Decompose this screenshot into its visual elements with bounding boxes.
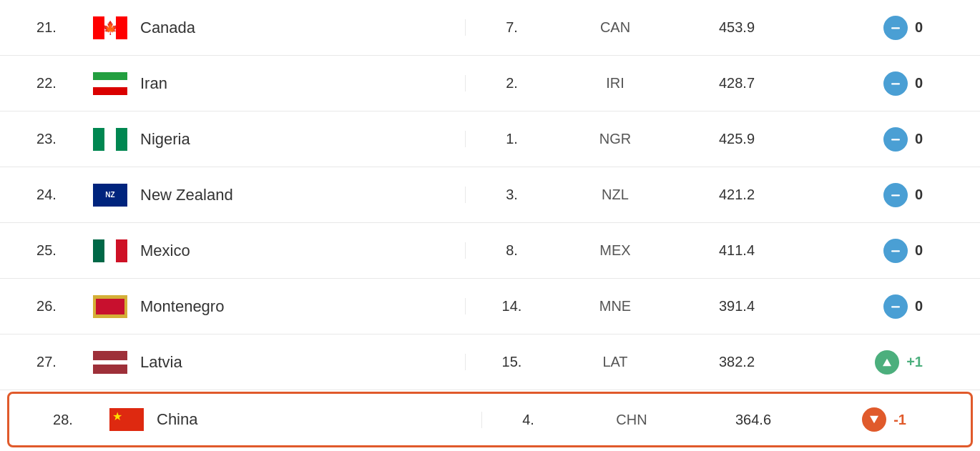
rank-number: 28. — [16, 412, 109, 428]
svg-rect-4 — [891, 250, 900, 252]
country-code: IRI — [558, 75, 672, 91]
change-value: 0 — [915, 298, 923, 314]
country-code: MNE — [558, 298, 672, 314]
rank-number: 25. — [0, 242, 93, 259]
rank-number: 27. — [0, 354, 93, 370]
country-info: 🍁 Canada — [93, 16, 465, 39]
change-value: 0 — [915, 131, 923, 147]
sub-rank: 4. — [481, 412, 574, 428]
country-code: CAN — [558, 19, 672, 36]
country-info: Mexico — [93, 239, 465, 262]
country-info: China — [109, 408, 481, 431]
score: 391.4 — [672, 298, 801, 314]
change-indicator: 0 — [801, 127, 980, 152]
montenegro-flag — [93, 295, 127, 318]
score: 382.2 — [672, 354, 801, 370]
country-name: Mexico — [140, 242, 190, 260]
rank-number: 24. — [0, 187, 93, 203]
country-code: MEX — [558, 242, 672, 259]
svg-marker-7 — [870, 416, 878, 424]
table-row[interactable]: 24. New Zealand 3. NZL 421.2 0 — [0, 167, 980, 223]
change-badge — [862, 407, 886, 432]
country-code: NZL — [558, 187, 672, 203]
score: 411.4 — [672, 242, 801, 259]
score: 364.6 — [689, 412, 818, 428]
china-flag — [109, 408, 144, 431]
change-badge — [883, 183, 908, 207]
table-row[interactable]: 27. Latvia 15. LAT 382.2 +1 — [0, 334, 980, 390]
change-badge — [875, 350, 899, 375]
change-value: -1 — [893, 412, 906, 428]
country-name: China — [157, 410, 197, 429]
sub-rank: 14. — [465, 298, 558, 314]
score: 453.9 — [672, 19, 801, 36]
sub-rank: 1. — [465, 131, 558, 147]
change-indicator: -1 — [818, 407, 964, 432]
score: 428.7 — [672, 75, 801, 91]
country-info: Montenegro — [93, 295, 465, 318]
sub-rank: 3. — [465, 187, 558, 203]
sub-rank: 8. — [465, 242, 558, 259]
sub-rank: 7. — [465, 19, 558, 36]
change-indicator: 0 — [801, 71, 980, 96]
change-badge — [883, 16, 908, 40]
change-value: 0 — [915, 19, 923, 36]
mexico-flag — [93, 239, 127, 262]
nigeria-flag — [93, 128, 127, 151]
svg-rect-5 — [891, 306, 900, 307]
svg-rect-0 — [891, 27, 900, 29]
svg-marker-6 — [883, 358, 891, 366]
country-code: LAT — [558, 354, 672, 370]
change-badge — [883, 294, 908, 319]
new-zealand-flag — [93, 184, 127, 207]
rank-number: 23. — [0, 131, 93, 147]
canada-flag: 🍁 — [93, 16, 127, 39]
rankings-table: 21. 🍁 Canada 7. CAN 453.9 0 22. Iran 2. … — [0, 0, 980, 451]
table-row[interactable]: 26. Montenegro 14. MNE 391.4 0 — [0, 279, 980, 334]
country-name: New Zealand — [140, 186, 233, 204]
country-info: Latvia — [93, 351, 465, 374]
change-indicator: 0 — [801, 239, 980, 263]
country-info: Iran — [93, 72, 465, 95]
sub-rank: 2. — [465, 75, 558, 91]
rank-number: 21. — [0, 19, 93, 36]
rank-number: 26. — [0, 298, 93, 314]
svg-rect-3 — [891, 194, 900, 196]
country-info: Nigeria — [93, 128, 465, 151]
table-row[interactable]: 22. Iran 2. IRI 428.7 0 — [0, 56, 980, 111]
change-badge — [883, 71, 908, 96]
iran-flag — [93, 72, 127, 95]
change-value: 0 — [915, 242, 923, 259]
change-indicator: 0 — [801, 183, 980, 207]
sub-rank: 15. — [465, 354, 558, 370]
change-value: 0 — [915, 75, 923, 91]
table-row[interactable]: 28. China 4. CHN 364.6 -1 — [7, 392, 973, 447]
table-row[interactable]: 21. 🍁 Canada 7. CAN 453.9 0 — [0, 0, 980, 56]
country-name: Iran — [140, 74, 167, 93]
country-name: Latvia — [140, 353, 182, 372]
country-code: CHN — [574, 412, 689, 428]
country-name: Nigeria — [140, 130, 190, 149]
change-badge — [883, 127, 908, 152]
score: 421.2 — [672, 187, 801, 203]
rank-number: 22. — [0, 75, 93, 91]
country-name: Montenegro — [140, 297, 224, 316]
change-badge — [883, 239, 908, 263]
country-info: New Zealand — [93, 184, 465, 207]
change-value: +1 — [906, 354, 923, 370]
change-value: 0 — [915, 187, 923, 203]
change-indicator: 0 — [801, 16, 980, 40]
latvia-flag — [93, 351, 127, 374]
svg-rect-2 — [891, 139, 900, 140]
table-row[interactable]: 23. Nigeria 1. NGR 425.9 0 — [0, 111, 980, 167]
country-name: Canada — [140, 19, 195, 37]
change-indicator: +1 — [801, 350, 980, 375]
country-code: NGR — [558, 131, 672, 147]
svg-rect-1 — [891, 83, 900, 84]
score: 425.9 — [672, 131, 801, 147]
table-row[interactable]: 25. Mexico 8. MEX 411.4 0 — [0, 223, 980, 279]
change-indicator: 0 — [801, 294, 980, 319]
